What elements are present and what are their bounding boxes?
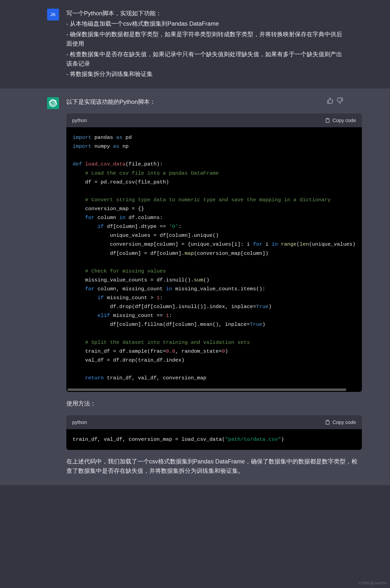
usage-label: 使用方法： (66, 399, 362, 408)
svg-rect-1 (327, 420, 328, 421)
assistant-message: 以下是实现该功能的Python脚本： python Copy code (0, 89, 390, 485)
horizontal-scrollbar[interactable] (67, 388, 361, 391)
svg-rect-0 (327, 118, 328, 119)
user-line: - 从本地磁盘加载一个csv格式数据集到Pandas DataFrame (66, 19, 343, 28)
clipboard-icon (325, 420, 330, 425)
user-line: - 将数据集拆分为训练集和验证集 (66, 69, 343, 79)
user-line: - 确保数据集中的数据都是数字类型，如果是字符串类型则转成数字类型，并将转换映射… (66, 30, 343, 48)
thumbs-down-icon[interactable] (337, 97, 343, 104)
copy-code-button[interactable]: Copy code (325, 418, 356, 426)
user-message: JA 写一个Python脚本，实现如下功能： - 从本地磁盘加载一个csv格式数… (0, 0, 390, 89)
avatar-initials: JA (50, 11, 55, 18)
code-header: python Copy code (66, 113, 362, 127)
closing-text: 在上述代码中，我们加载了一个csv格式数据集到Pandas DataFrame，… (66, 457, 362, 476)
copy-label: Copy code (333, 418, 356, 426)
code-lang-label: python (72, 116, 87, 124)
user-avatar: JA (47, 9, 59, 20)
code-lang-label: python (72, 418, 87, 426)
code-body[interactable]: train_df, val_df, conversion_map = load_… (66, 429, 362, 450)
copy-label: Copy code (333, 116, 356, 124)
user-line: 写一个Python脚本，实现如下功能： (66, 9, 343, 18)
clipboard-icon (325, 118, 330, 123)
code-block-usage: python Copy code train_df, val_df, conve… (66, 415, 362, 450)
user-content: 写一个Python脚本，实现如下功能： - 从本地磁盘加载一个csv格式数据集到… (66, 9, 343, 80)
assistant-avatar (47, 97, 59, 109)
assistant-content: 以下是实现该功能的Python脚本： python Copy code (66, 97, 362, 477)
code-block-main: python Copy code import pandas as pd imp… (66, 113, 362, 392)
user-line: - 检查数据集中是否存在缺失值，如果记录中只有一个缺失值则处理缺失值，如果有多于… (66, 49, 343, 69)
openai-logo-icon (49, 99, 57, 107)
assistant-intro: 以下是实现该功能的Python脚本： (66, 97, 362, 107)
feedback-buttons (327, 97, 343, 104)
copy-code-button[interactable]: Copy code (325, 116, 356, 124)
code-header: python Copy code (66, 415, 362, 429)
thumbs-up-icon[interactable] (327, 97, 333, 104)
code-body[interactable]: import pandas as pd import numpy as np d… (66, 127, 362, 388)
